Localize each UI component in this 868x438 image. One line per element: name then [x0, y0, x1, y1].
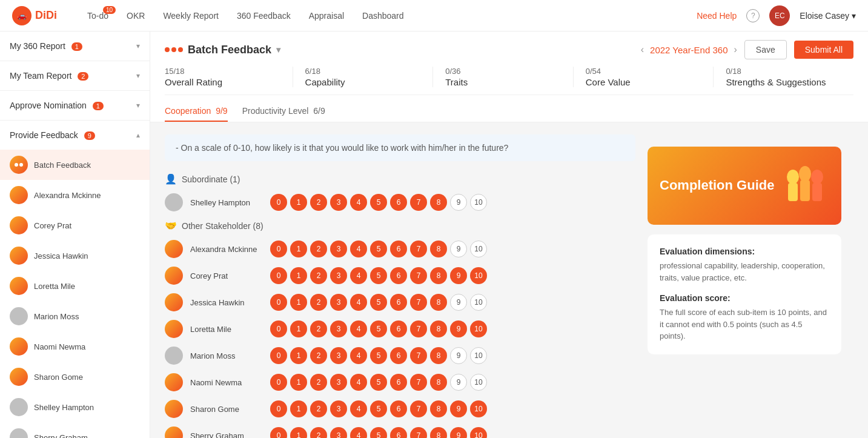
- rating-dot-9[interactable]: 9: [450, 194, 467, 211]
- help-icon[interactable]: ?: [746, 9, 760, 22]
- completion-guide-title: Completion Guide: [660, 177, 774, 194]
- sidebar-section-team-header[interactable]: My Team Report 2 ▾: [0, 61, 150, 90]
- sidebar-item-label-corey: Corey Prat: [34, 221, 71, 230]
- submit-all-button[interactable]: Submit All: [794, 41, 853, 59]
- next-year-arrow[interactable]: ›: [734, 44, 737, 55]
- alexandra-row-avatar: [165, 240, 183, 258]
- sharon-row-name: Sharon Gome: [190, 405, 263, 414]
- sidebar-section-team-title: My Team Report 2: [10, 71, 88, 81]
- sidebar-item-marion[interactable]: Marion Moss: [0, 301, 150, 331]
- main-layout: My 360 Report 1 ▾ My Team Report 2 ▾ App…: [0, 32, 868, 438]
- user-name[interactable]: Eloise Casey ▾: [800, 11, 856, 21]
- eval-score-label: Evaluation score:: [660, 293, 829, 303]
- sidebar-item-jessica[interactable]: Jessica Hawkin: [0, 241, 150, 271]
- sidebar-item-label-loretta: Loretta Mile: [34, 282, 75, 291]
- rating-dot-5[interactable]: 5: [370, 194, 387, 211]
- user-dropdown-icon: ▾: [852, 11, 856, 21]
- sidebar-section-feedback-header[interactable]: Provide Feedback 9 ▴: [0, 121, 150, 150]
- marion-rating-dots: 012345678910: [270, 347, 487, 364]
- sidebar-section-360: My 360 Report 1 ▾: [0, 32, 150, 61]
- tab-productivity-count: 6/9: [313, 106, 325, 116]
- sidebar-item-alexandra[interactable]: Alexandra Mckinne: [0, 180, 150, 210]
- batch-feedback-dropdown-icon[interactable]: ▾: [276, 45, 280, 55]
- sherry-row-name: Sherry Graham: [190, 431, 263, 439]
- tab-productivity[interactable]: Productivity Level 6/9: [242, 101, 325, 122]
- sidebar-item-batch-feedback[interactable]: Batch Feedback: [0, 150, 150, 180]
- stat-core-value-fraction: 0/54: [586, 67, 701, 76]
- corey-avatar: [10, 216, 28, 234]
- rating-dot-6[interactable]: 6: [390, 194, 407, 211]
- loretta-rating-dots: 012345678910: [270, 320, 487, 337]
- content-header: Batch Feedback ▾ ‹ 2022 Year-End 360 › S…: [150, 32, 868, 122]
- marion-avatar: [10, 307, 28, 325]
- nav-okr[interactable]: OKR: [127, 11, 145, 21]
- nav-todo[interactable]: To-do 10: [87, 11, 108, 21]
- sidebar-item-label-jessica: Jessica Hawkin: [34, 251, 88, 260]
- sidebar-item-shelley[interactable]: Shelley Hampton: [0, 392, 150, 422]
- loretta-row-avatar: [165, 320, 183, 338]
- sidebar-item-naomi[interactable]: Naomi Newma: [0, 331, 150, 362]
- batch-feedback-avatar: [10, 156, 28, 174]
- save-button[interactable]: Save: [744, 40, 787, 59]
- sherry-row-avatar: [165, 426, 183, 438]
- sidebar-item-label-naomi: Naomi Newma: [34, 342, 85, 351]
- year-label: 2022 Year-End 360: [650, 45, 727, 55]
- stat-core-value: 0/54 Core Value: [574, 67, 714, 87]
- rating-dot-4[interactable]: 4: [350, 194, 367, 211]
- tab-cooperation[interactable]: Cooperation 9/9: [165, 101, 228, 122]
- subordinate-icon: 👤: [165, 173, 177, 185]
- rating-dot-0[interactable]: 0: [270, 194, 287, 211]
- sidebar-section-team-badge: 2: [78, 72, 88, 81]
- sharon-rating-dots: 012345678910: [270, 400, 487, 417]
- batch-feedback-icon: [165, 47, 183, 52]
- loretta-avatar: [10, 277, 28, 295]
- logo-text: DiDi: [35, 9, 57, 22]
- sidebar-section-nomination-header[interactable]: Approve Nomination 1 ▾: [0, 91, 150, 120]
- svg-rect-5: [812, 183, 822, 201]
- eval-dimensions-section: Evaluation dimensions: professional capa…: [660, 247, 829, 284]
- sidebar-section-feedback-title: Provide Feedback 9: [10, 130, 95, 140]
- rating-dot-7[interactable]: 7: [410, 194, 427, 211]
- stat-strengths-label: Strengths & Suggestions: [726, 77, 841, 87]
- rating-row-shelley: Shelley Hampton 0 1 2 3 4 5 6 7 8 9: [165, 193, 635, 211]
- svg-rect-3: [788, 183, 798, 201]
- nav-weekly-report[interactable]: Weekly Report: [163, 11, 219, 21]
- stat-overall-label: Overall Rating: [165, 77, 280, 87]
- sidebar-section-360-header[interactable]: My 360 Report 1 ▾: [0, 32, 150, 61]
- rating-dot-1[interactable]: 1: [290, 194, 307, 211]
- completion-guide-card: Completion Guide: [648, 147, 841, 225]
- naomi-row-avatar: [165, 373, 183, 391]
- stat-capability-fraction: 6/18: [305, 67, 421, 76]
- rating-dot-8[interactable]: 8: [430, 194, 447, 211]
- rating-dot-3[interactable]: 3: [330, 194, 347, 211]
- sharon-row-avatar: [165, 400, 183, 418]
- naomi-row-name: Naomi Newma: [190, 378, 263, 387]
- shelley-avatar: [10, 398, 28, 416]
- eval-dimensions-text: professional capability, leadership, coo…: [660, 260, 829, 284]
- sidebar-section-nomination-title: Approve Nomination 1: [10, 101, 104, 110]
- sidebar-item-loretta[interactable]: Loretta Mile: [0, 271, 150, 301]
- sidebar-section-360-badge: 1: [71, 42, 82, 51]
- rating-dot-2[interactable]: 2: [310, 194, 327, 211]
- sidebar-item-sharon[interactable]: Sharon Gome: [0, 362, 150, 392]
- nav-dashboard[interactable]: Dashboard: [362, 11, 404, 21]
- rating-dot-10[interactable]: 10: [470, 194, 487, 211]
- prev-year-arrow[interactable]: ‹: [641, 44, 644, 55]
- nav-appraisal[interactable]: Appraisal: [309, 11, 344, 21]
- sidebar-item-label-sharon: Sharon Gome: [34, 373, 83, 382]
- nav-360-feedback[interactable]: 360 Feedback: [237, 11, 291, 21]
- jessica-row-name: Jessica Hawkin: [190, 298, 263, 307]
- chevron-up-icon: ▴: [136, 131, 140, 139]
- content-header-top: Batch Feedback ▾ ‹ 2022 Year-End 360 › S…: [165, 32, 853, 59]
- svg-point-2: [811, 170, 823, 184]
- user-avatar: EC: [769, 5, 790, 26]
- completion-guide-illustration: [781, 159, 829, 213]
- sidebar-section-360-title: My 360 Report 1: [10, 41, 82, 51]
- need-help-link[interactable]: Need Help: [697, 11, 737, 21]
- rating-row-jessica: Jessica Hawkin 012345678910: [165, 293, 635, 311]
- shelley-row-avatar: [165, 193, 183, 211]
- tab-cooperation-count: 9/9: [216, 106, 227, 116]
- sidebar-item-sherry[interactable]: Sherry Graham: [0, 422, 150, 438]
- marion-row-avatar: [165, 347, 183, 365]
- sidebar-item-corey[interactable]: Corey Prat: [0, 210, 150, 241]
